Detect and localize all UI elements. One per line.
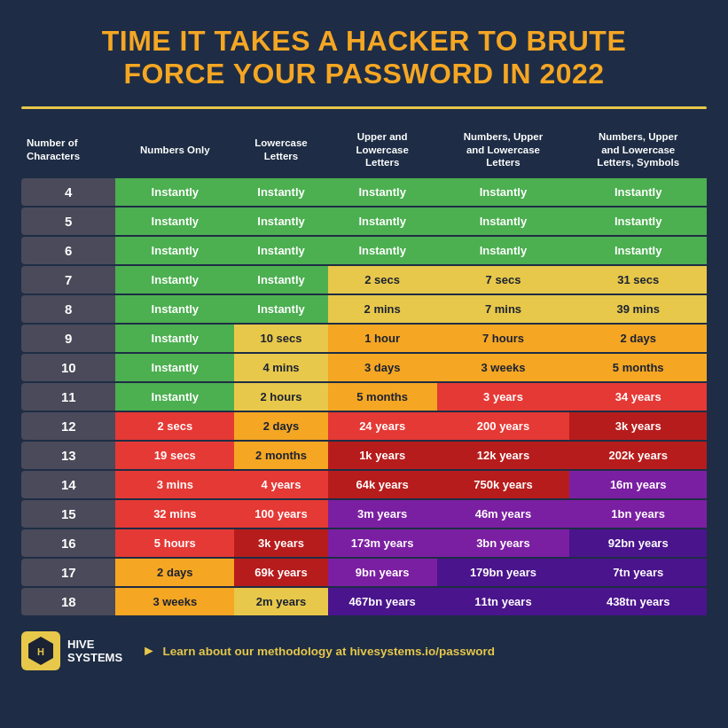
data-cell: 3 weeks (437, 354, 570, 381)
data-cell: Instantly (328, 207, 437, 235)
data-cell: 3bn years (437, 529, 570, 557)
data-cell: Instantly (115, 383, 234, 411)
data-cell: 467bn years (328, 588, 437, 615)
data-cell: 24 years (328, 412, 437, 440)
footer: H HIVE SYSTEMS ► Learn about our methodo… (21, 631, 707, 670)
data-cell: Instantly (569, 237, 707, 264)
hive-logo-icon: H (21, 631, 60, 670)
data-cell: Instantly (328, 237, 437, 264)
char-cell: 7 (21, 266, 115, 294)
data-cell: 5 hours (115, 529, 234, 557)
char-cell: 10 (21, 354, 115, 381)
data-cell: 64k years (328, 471, 437, 498)
data-cell: 3k years (569, 412, 707, 440)
table-row: 143 mins4 years64k years750k years16m ye… (21, 471, 707, 498)
data-cell: 3m years (328, 500, 437, 528)
data-cell: Instantly (437, 237, 570, 264)
data-cell: Instantly (115, 237, 234, 264)
data-cell: 7 hours (437, 325, 570, 352)
data-cell: 69k years (234, 559, 328, 586)
col-header-upper-lower: Upper andLowercaseLetters (328, 123, 437, 177)
data-cell: 2 days (569, 325, 707, 352)
data-cell: 750k years (437, 471, 570, 498)
data-cell: 7 mins (437, 295, 570, 323)
col-header-chars: Number ofCharacters (21, 123, 115, 177)
data-cell: 4 years (234, 471, 328, 498)
char-cell: 14 (21, 471, 115, 498)
data-cell: 2 months (234, 442, 328, 469)
data-cell: 5 months (328, 383, 437, 411)
char-cell: 13 (21, 442, 115, 469)
char-cell: 8 (21, 295, 115, 323)
col-header-lower: LowercaseLetters (234, 123, 328, 177)
char-cell: 15 (21, 500, 115, 528)
table-row: 11Instantly2 hours5 months3 years34 year… (21, 383, 707, 411)
data-cell: 179bn years (437, 559, 570, 586)
logo-text: HIVE SYSTEMS (67, 638, 122, 665)
data-cell: 39 mins (569, 295, 707, 323)
char-cell: 6 (21, 237, 115, 264)
data-cell: 2 secs (115, 412, 234, 440)
logo-area: H HIVE SYSTEMS (21, 631, 128, 670)
char-cell: 18 (21, 588, 115, 615)
data-cell: 1 hour (328, 325, 437, 352)
data-cell: 202k years (569, 442, 707, 469)
data-cell: 92bn years (569, 529, 707, 557)
char-cell: 12 (21, 412, 115, 440)
char-cell: 4 (21, 178, 115, 206)
data-cell: 2 mins (328, 295, 437, 323)
data-cell: 10 secs (234, 325, 328, 352)
data-cell: 12k years (437, 442, 570, 469)
footer-link: ► Learn about our methodology at hivesys… (142, 643, 495, 659)
data-cell: 9bn years (328, 559, 437, 586)
table-row: 4InstantlyInstantlyInstantlyInstantlyIns… (21, 178, 707, 206)
data-cell: 2 days (234, 412, 328, 440)
data-cell: Instantly (115, 207, 234, 235)
char-cell: 17 (21, 559, 115, 586)
data-cell: 438tn years (569, 588, 707, 615)
data-cell: Instantly (234, 237, 328, 264)
data-cell: 16m years (569, 471, 707, 498)
data-cell: Instantly (234, 207, 328, 235)
data-cell: 7 secs (437, 266, 570, 294)
data-cell: Instantly (115, 266, 234, 294)
table-row: 5InstantlyInstantlyInstantlyInstantlyIns… (21, 207, 707, 235)
data-cell: Instantly (115, 325, 234, 352)
data-cell: 200 years (437, 412, 570, 440)
col-header-all: Numbers, Upperand LowercaseLetters, Symb… (569, 123, 707, 177)
table-row: 10Instantly4 mins3 days3 weeks5 months (21, 354, 707, 381)
card: TIME IT TAKES A HACKER TO BRUTE FORCE YO… (0, 0, 728, 728)
char-cell: 5 (21, 207, 115, 235)
data-cell: 1k years (328, 442, 437, 469)
data-cell: Instantly (234, 266, 328, 294)
table-row: 9Instantly10 secs1 hour7 hours2 days (21, 325, 707, 352)
col-header-numbers: Numbers Only (115, 123, 234, 177)
data-cell: Instantly (569, 178, 707, 206)
data-cell: Instantly (234, 178, 328, 206)
data-cell: 32 mins (115, 500, 234, 528)
divider (21, 106, 707, 109)
table-row: 8InstantlyInstantly2 mins7 mins39 mins (21, 295, 707, 323)
data-cell: 11tn years (437, 588, 570, 615)
page-title: TIME IT TAKES A HACKER TO BRUTE FORCE YO… (21, 25, 707, 90)
data-cell: 34 years (569, 383, 707, 411)
data-cell: 3 days (328, 354, 437, 381)
col-header-num-upper-lower: Numbers, Upperand LowercaseLetters (437, 123, 570, 177)
data-cell: 3 weeks (115, 588, 234, 615)
data-cell: Instantly (569, 207, 707, 235)
table-row: 1319 secs2 months1k years12k years202k y… (21, 442, 707, 469)
data-cell: 173m years (328, 529, 437, 557)
data-cell: 4 mins (234, 354, 328, 381)
data-cell: 2 hours (234, 383, 328, 411)
arrow-icon: ► (142, 643, 156, 658)
data-cell: 46m years (437, 500, 570, 528)
data-cell: Instantly (437, 207, 570, 235)
char-cell: 11 (21, 383, 115, 411)
svg-text:H: H (37, 646, 44, 657)
data-cell: 3 years (437, 383, 570, 411)
data-cell: 3 mins (115, 471, 234, 498)
data-cell: Instantly (437, 178, 570, 206)
data-cell: 3k years (234, 529, 328, 557)
data-cell: 2 days (115, 559, 234, 586)
char-cell: 9 (21, 325, 115, 352)
